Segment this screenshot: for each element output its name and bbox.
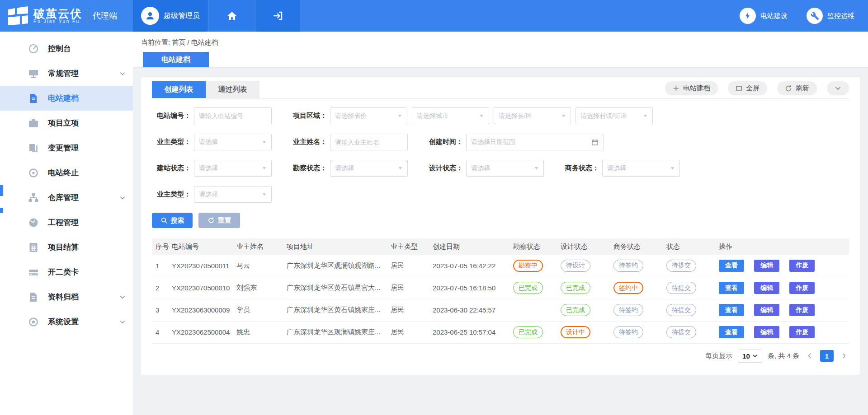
caret-down-icon	[643, 113, 648, 118]
void-button[interactable]: 作废	[789, 260, 815, 272]
col-design: 设计状态	[561, 238, 613, 255]
filter-design-status: 设计状态： 请选择	[424, 160, 560, 177]
home-icon	[226, 10, 237, 21]
search-button[interactable]: 搜索	[152, 213, 193, 228]
sidebar-item-project-settlement[interactable]: 项目结算	[0, 235, 133, 260]
per-page-select[interactable]: 10	[738, 350, 762, 363]
logout-button[interactable]	[255, 0, 300, 32]
survey-status-select[interactable]: 请选择	[330, 160, 408, 177]
sidebar-item-console[interactable]: 控制台	[0, 36, 133, 61]
create-station-button[interactable]: 电站建档	[665, 81, 718, 95]
cell-date: 2023-06-30 22:45:57	[433, 299, 513, 321]
cell-address: 广东深圳龙华区黄石镇星官大...	[287, 277, 391, 299]
station-code-input[interactable]	[194, 107, 272, 124]
list-tabs: 创建列表 通过列表	[152, 81, 259, 98]
province-select[interactable]: 请选择省份	[330, 107, 407, 124]
fullscreen-button[interactable]: 全屏	[728, 81, 767, 95]
avatar	[141, 7, 159, 25]
edit-button[interactable]: 编辑	[754, 282, 779, 294]
city-placeholder: 请选择城市	[417, 112, 448, 120]
next-page-button[interactable]	[839, 351, 849, 361]
chevron-down-icon	[119, 319, 126, 325]
cell-date: 2023-06-25 10:57:04	[433, 321, 513, 343]
col-survey: 勘察状态	[513, 238, 561, 255]
panel-toolbar: 电站建档 全屏 刷新	[665, 81, 849, 95]
sidebar-item-system-settings[interactable]: 系统设置	[0, 309, 133, 334]
sidebar-item-project-initiation[interactable]: 项目立项	[0, 111, 133, 135]
filter-region: 项目区域： 请选择省份 请选择城市 请选择县/区	[288, 107, 657, 124]
target-icon	[28, 168, 39, 178]
prev-page-button[interactable]	[805, 351, 815, 361]
edit-button[interactable]: 编辑	[754, 326, 779, 338]
breadcrumb-path[interactable]: 首页 / 电站建档	[172, 38, 218, 46]
sidebar-item-station-terminate[interactable]: 电站终止	[0, 160, 133, 185]
view-button[interactable]: 查看	[719, 282, 744, 294]
edit-button[interactable]: 编辑	[754, 260, 779, 272]
filter-form: 电站编号： 项目区域： 请选择省份 请选择城市	[152, 107, 849, 228]
sidebar-item-data-archive[interactable]: 资料归档	[0, 284, 133, 309]
filter-owner-type: 业主类型： 请选择	[152, 134, 288, 150]
page-tab-station-archive[interactable]: 电站建档	[143, 52, 209, 67]
sidebar: 控制台 常规管理 电站建档 项目立项 变更管理	[0, 32, 133, 415]
sidebar-item-warehouse-mgmt[interactable]: 仓库管理	[0, 185, 133, 210]
void-button[interactable]: 作废	[789, 282, 815, 294]
collapse-toolbar-button[interactable]	[827, 81, 849, 95]
sidebar-item-station-archive[interactable]: 电站建档	[0, 86, 133, 111]
owner-type2-label: 业主类型：	[152, 190, 191, 199]
settings-icon	[28, 317, 39, 327]
tabs-bar: 创建列表 通过列表 电站建档 全屏	[152, 81, 849, 98]
per-page-value: 10	[742, 352, 750, 360]
design-status-select[interactable]: 请选择	[466, 160, 544, 177]
build-status-select[interactable]: 请选择	[194, 160, 272, 177]
nav-station-build[interactable]: 电站建设	[740, 8, 788, 24]
void-button[interactable]: 作废	[789, 304, 815, 316]
owner-type2-select[interactable]: 请选择	[194, 186, 272, 203]
view-button[interactable]: 查看	[719, 260, 744, 272]
filter-business-status: 商务状态： 请选择	[560, 160, 696, 177]
cell-owner: 姚忠	[236, 321, 287, 343]
region-label: 项目区域：	[288, 112, 327, 120]
filter-station-code: 电站编号：	[152, 107, 288, 124]
filter-row-4: 业主类型： 请选择	[152, 186, 849, 203]
cell-actions: 查看 编辑 作废	[719, 321, 849, 343]
status-badge: 待提交	[666, 282, 696, 294]
owner-type-label: 业主类型：	[152, 138, 191, 146]
county-select[interactable]: 请选择县/区	[494, 107, 571, 124]
town-select[interactable]: 请选择村镇/街道	[576, 107, 653, 124]
edit-button[interactable]: 编辑	[754, 304, 779, 316]
void-button[interactable]: 作废	[789, 326, 815, 338]
cell-owner: 刘强东	[236, 277, 287, 299]
user-menu[interactable]: 超级管理员	[133, 0, 208, 32]
chevron-down-icon	[119, 294, 126, 300]
owner-type-select[interactable]: 请选择	[194, 134, 272, 150]
home-button[interactable]	[208, 0, 255, 32]
caret-down-icon	[561, 113, 566, 118]
reset-button[interactable]: 重置	[198, 213, 240, 228]
date-range-picker[interactable]: 请选择日期范围	[466, 134, 604, 150]
design-status-badge: 设计中	[561, 326, 590, 338]
view-button[interactable]: 查看	[719, 304, 744, 316]
tab-passed-list[interactable]: 通过列表	[206, 81, 259, 98]
user-name: 超级管理员	[164, 11, 200, 21]
caret-down-icon	[262, 140, 267, 145]
cell-address: 广东深圳龙华区观澜镇姚家庄...	[287, 321, 391, 343]
page-number-1[interactable]: 1	[820, 350, 834, 362]
tab-create-list[interactable]: 创建列表	[152, 81, 206, 98]
cell-type: 居民	[391, 299, 433, 321]
table-row: 1 YX2023070500011 马云 广东深圳龙华区观澜镇观湖路... 居民…	[152, 255, 849, 277]
sidebar-item-engineering-mgmt[interactable]: 工程管理	[0, 210, 133, 235]
refresh-button[interactable]: 刷新	[777, 81, 817, 95]
owner-name-input[interactable]	[330, 134, 408, 150]
business-status-select[interactable]: 请选择	[602, 160, 680, 177]
nav-monitor-ops[interactable]: 监控运维	[807, 8, 854, 24]
sidebar-item-change-mgmt[interactable]: 变更管理	[0, 135, 133, 160]
sidebar-item-class2-card[interactable]: 开二类卡	[0, 260, 133, 284]
view-button[interactable]: 查看	[719, 326, 744, 338]
sidebar-item-label: 常规管理	[48, 68, 79, 79]
col-type: 业主类型	[391, 238, 433, 255]
app-window: 破茧云伏 Po Jian Yun Fu 代理端 超级管理员	[0, 0, 868, 415]
city-select[interactable]: 请选择城市	[412, 107, 489, 124]
caret-down-icon	[479, 113, 484, 118]
province-placeholder: 请选择省份	[335, 112, 367, 120]
sidebar-item-general-mgmt[interactable]: 常规管理	[0, 61, 133, 86]
